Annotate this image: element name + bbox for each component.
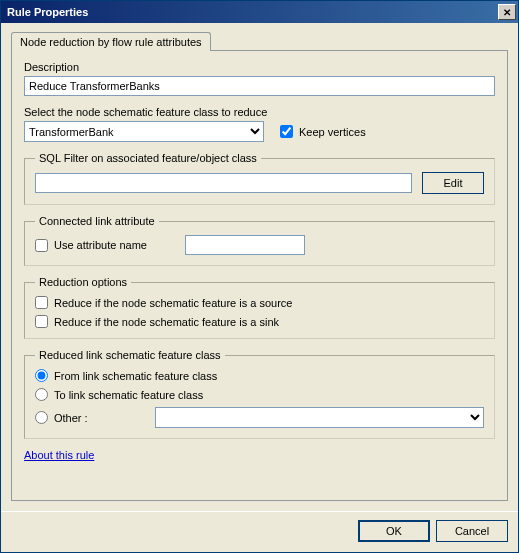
reduce-source-checkbox[interactable] [35,296,48,309]
from-link-label: From link schematic feature class [54,370,217,382]
reduce-source-label: Reduce if the node schematic feature is … [54,297,292,309]
dialog-footer: OK Cancel [1,511,518,552]
from-link-radio[interactable] [35,369,48,382]
other-select[interactable] [155,407,484,428]
reduce-sink-label: Reduce if the node schematic feature is … [54,316,279,328]
use-attribute-name-checkbox[interactable] [35,239,48,252]
other-label: Other : [54,412,88,424]
feature-class-select[interactable]: TransformerBank [24,121,264,142]
about-this-rule-link[interactable]: About this rule [24,449,495,461]
rule-properties-window: Rule Properties ✕ Node reduction by flow… [0,0,519,553]
reduced-link-group: Reduced link schematic feature class Fro… [24,349,495,439]
tab-strip: Node reduction by flow rule attributes [11,31,508,50]
other-radio[interactable] [35,411,48,424]
to-link-label: To link schematic feature class [54,389,203,401]
reduced-link-legend: Reduced link schematic feature class [35,349,225,361]
sql-filter-group: SQL Filter on associated feature/object … [24,152,495,205]
titlebar: Rule Properties ✕ [1,1,518,23]
sql-filter-legend: SQL Filter on associated feature/object … [35,152,261,164]
close-icon: ✕ [503,7,511,18]
sql-filter-input[interactable] [35,173,412,193]
description-input[interactable] [24,76,495,96]
tab-panel: Description Select the node schematic fe… [11,50,508,501]
cancel-button[interactable]: Cancel [436,520,508,542]
keep-vertices-label: Keep vertices [299,126,366,138]
tab-node-reduction[interactable]: Node reduction by flow rule attributes [11,32,211,51]
ok-button[interactable]: OK [358,520,430,542]
close-button[interactable]: ✕ [498,4,516,20]
to-link-radio[interactable] [35,388,48,401]
edit-button[interactable]: Edit [422,172,484,194]
window-title: Rule Properties [7,6,88,18]
select-class-label: Select the node schematic feature class … [24,106,495,118]
tab-label: Node reduction by flow rule attributes [20,36,202,48]
connected-link-legend: Connected link attribute [35,215,159,227]
use-attribute-name-label: Use attribute name [54,239,147,251]
keep-vertices-checkbox[interactable] [280,125,293,138]
reduce-sink-checkbox[interactable] [35,315,48,328]
attribute-name-input[interactable] [185,235,305,255]
reduction-options-group: Reduction options Reduce if the node sch… [24,276,495,339]
reduction-options-legend: Reduction options [35,276,131,288]
description-label: Description [24,61,495,73]
connected-link-group: Connected link attribute Use attribute n… [24,215,495,266]
content-area: Node reduction by flow rule attributes D… [1,23,518,511]
